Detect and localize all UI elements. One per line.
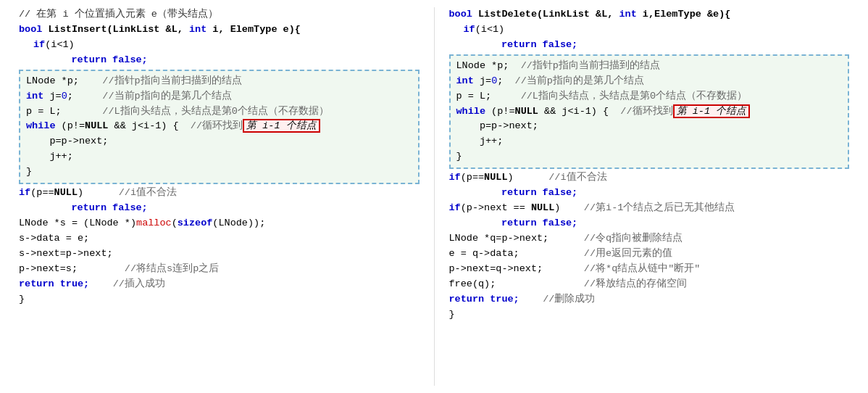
- left-line-return1: return false;: [19, 53, 420, 68]
- left-line-sdata: s->data = e;: [19, 231, 420, 247]
- right-line-edata: e = q->data; //用e返回元素的值: [449, 247, 850, 262]
- left-dbox-line4: while (p!=NULL && j<i-1) { //循环找到第 i-1 个…: [26, 119, 412, 134]
- left-line-if2: if(p==NULL) //i值不合法: [19, 186, 420, 201]
- right-line-return4: return true; //删除成功: [449, 292, 850, 307]
- left-heading: // 在第 i 个位置插入元素 e（带头结点）: [19, 7, 420, 22]
- right-dbox-line3: p = L; //L指向头结点，头结点是第0个结点（不存数据）: [456, 89, 843, 104]
- right-line-lnode: LNode *q=p->next; //令q指向被删除结点: [449, 231, 850, 247]
- left-dbox-line2: int j=0; //当前p指向的是第几个结点: [26, 89, 412, 104]
- right-line-return3: return false;: [449, 216, 850, 231]
- right-line-return2: return false;: [449, 186, 850, 201]
- left-dbox-line3: p = L; //L指向头结点，头结点是第0个结点（不存数据）: [26, 104, 412, 120]
- left-dbox-line6: j++;: [26, 149, 412, 165]
- left-line-return3: return true; //插入成功: [19, 277, 420, 292]
- left-line-malloc: LNode *s = (LNode *)malloc(sizeof(LNode)…: [19, 216, 420, 231]
- right-dbox-line5: p=p->next;: [456, 119, 843, 134]
- left-dbox-line1: LNode *p; //指针p指向当前扫描到的结点: [26, 74, 412, 89]
- left-dashed-box: LNode *p; //指针p指向当前扫描到的结点 int j=0; //当前p…: [19, 70, 420, 184]
- right-dbox-line6: j++;: [456, 134, 843, 149]
- right-line-return1: return false;: [449, 38, 850, 53]
- right-line-free: free(q); //释放结点的存储空间: [449, 277, 850, 292]
- left-dbox-line5: p=p->next;: [26, 134, 412, 149]
- left-sig: bool ListInsert(LinkList &L, int i, Elem…: [19, 22, 420, 38]
- left-line-return2: return false;: [19, 201, 420, 216]
- left-line-pnext: p->next=s; //将结点s连到p之后: [19, 262, 420, 277]
- left-line-if: if(i<1): [19, 38, 420, 53]
- right-dbox-line4: while (p!=NULL && j<i-1) { //循环找到第 i-1 个…: [456, 104, 843, 120]
- right-line-if2: if(p==NULL) //i值不合法: [449, 170, 850, 186]
- right-line-close: }: [449, 307, 850, 323]
- right-code-block: bool ListDelete(LinkList &L, int i,ElemT…: [449, 7, 850, 322]
- right-panel: bool ListDelete(LinkList &L, int i,ElemT…: [435, 7, 857, 386]
- left-line-close: }: [19, 292, 420, 307]
- right-dbox-line7: }: [456, 149, 843, 165]
- right-line-if3: if(p->next == NULL) //第i-1个结点之后已无其他结点: [449, 201, 850, 216]
- right-line-pnext: p->next=q->next; //将*q结点从链中"断开": [449, 262, 850, 277]
- left-dbox-line7: }: [26, 165, 412, 180]
- right-dbox-line2: int j=0; //当前p指向的是第几个结点: [456, 74, 843, 89]
- left-code-block: // 在第 i 个位置插入元素 e（带头结点） bool ListInsert(…: [19, 7, 420, 307]
- right-sig: bool ListDelete(LinkList &L, int i,ElemT…: [449, 7, 850, 22]
- right-dashed-box: LNode *p; //指针p指向当前扫描到的结点 int j=0; //当前p…: [449, 54, 850, 169]
- left-line-snext: s->next=p->next;: [19, 247, 420, 262]
- right-line-if: if(i<1): [449, 22, 850, 38]
- left-panel: // 在第 i 个位置插入元素 e（带头结点） bool ListInsert(…: [12, 7, 435, 386]
- right-dbox-line1: LNode *p; //指针p指向当前扫描到的结点: [456, 59, 843, 74]
